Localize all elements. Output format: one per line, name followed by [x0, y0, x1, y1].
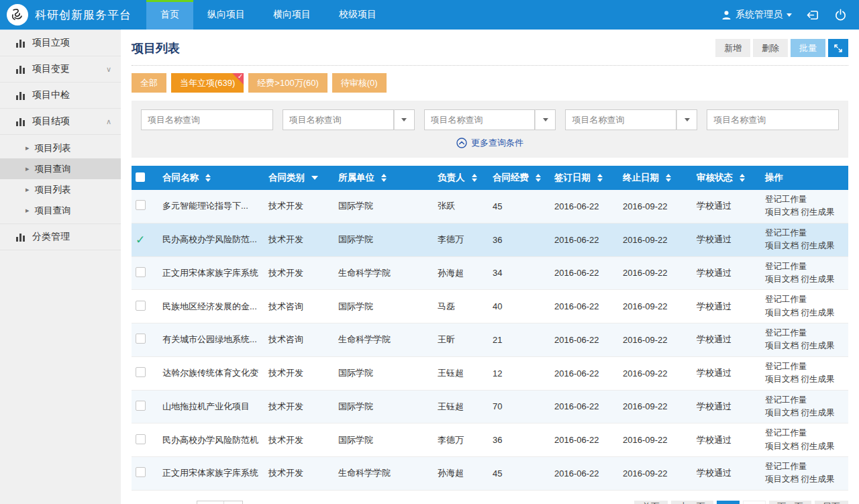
expand-button[interactable]	[828, 39, 848, 57]
row-checkbox[interactable]	[136, 467, 146, 477]
sidebar-item-project-initiation[interactable]: 项目立项	[0, 30, 121, 56]
sidebar-item-category-management[interactable]: 分类管理	[0, 224, 121, 250]
op-project-docs[interactable]: 项目文档	[765, 308, 799, 317]
search-input[interactable]	[565, 109, 676, 130]
sort-icon[interactable]	[472, 174, 477, 182]
op-project-docs[interactable]: 项目文档	[765, 442, 799, 451]
op-project-docs[interactable]: 项目文档	[765, 474, 799, 484]
dropdown-toggle[interactable]	[394, 109, 415, 130]
op-register-workload[interactable]: 登记工作量	[765, 428, 807, 438]
nav-tab[interactable]: 首页	[146, 0, 193, 30]
page-button[interactable]: 首页	[634, 501, 668, 504]
row-checkbox[interactable]	[136, 434, 146, 444]
op-register-workload[interactable]: 登记工作量	[765, 195, 807, 204]
sidebar-item-project-closing[interactable]: 项目结项 ∧	[0, 109, 121, 135]
op-register-workload[interactable]: 登记工作量	[765, 228, 807, 238]
sidebar-subitem-project-query-2[interactable]: ▸ 项目查询	[0, 200, 121, 221]
toolbar-button[interactable]: 删除	[753, 39, 788, 57]
filter-chip[interactable]: 全部	[132, 73, 166, 93]
op-register-workload[interactable]: 登记工作量	[765, 328, 807, 338]
nav-tab[interactable]: 校级项目	[325, 0, 391, 30]
per-page-select[interactable]: 10	[197, 501, 242, 504]
column-header[interactable]: 合同类别	[264, 166, 334, 190]
column-header[interactable]: 签订日期	[550, 166, 619, 190]
column-header[interactable]: 所属单位	[334, 166, 434, 190]
op-derived-results[interactable]: 衍生成果	[801, 408, 834, 417]
page-button[interactable]: 1	[717, 501, 740, 504]
op-project-docs[interactable]: 项目文档	[765, 408, 799, 417]
op-derived-results[interactable]: 衍生成果	[801, 308, 834, 317]
sidebar-subitem-project-query-1[interactable]: ▸ 项目查询	[0, 158, 121, 179]
sidebar-subitem-project-list-2[interactable]: ▸ 项目列表	[0, 179, 121, 200]
sort-icon[interactable]	[666, 174, 671, 182]
column-header[interactable]: 合同经费	[489, 166, 550, 190]
op-register-workload[interactable]: 登记工作量	[765, 395, 807, 405]
search-input[interactable]	[424, 109, 536, 130]
op-project-docs[interactable]: 项目文档	[765, 207, 799, 217]
nav-tab[interactable]: 横向项目	[259, 0, 325, 30]
row-checkbox[interactable]	[136, 401, 146, 411]
filter-caret-icon[interactable]	[311, 176, 318, 180]
switch-account-icon[interactable]	[807, 9, 819, 21]
column-header[interactable]: 合同名称	[158, 166, 264, 190]
op-project-docs[interactable]: 项目文档	[765, 274, 799, 284]
nav-tab[interactable]: 纵向项目	[193, 0, 259, 30]
sort-icon[interactable]	[597, 174, 603, 182]
cell-sign-date: 2016-06-22	[550, 423, 619, 457]
op-derived-results[interactable]: 衍生成果	[801, 274, 834, 284]
search-input[interactable]	[707, 109, 839, 130]
row-checkbox[interactable]	[136, 334, 146, 344]
toolbar-button[interactable]: 新增	[715, 39, 750, 57]
op-project-docs[interactable]: 项目文档	[765, 241, 799, 250]
page-button[interactable]: 下一页	[769, 501, 811, 504]
op-derived-results[interactable]: 衍生成果	[801, 241, 834, 250]
sort-icon[interactable]	[536, 174, 541, 182]
op-derived-results[interactable]: 衍生成果	[801, 374, 834, 384]
op-register-workload[interactable]: 登记工作量	[765, 462, 807, 471]
search-input[interactable]	[141, 109, 273, 130]
page-button[interactable]: 上一页	[671, 501, 713, 504]
row-checkbox[interactable]	[136, 367, 146, 377]
table-row: 山地拖拉机产业化项目 技术开发 国际学院 王钰超 70 2016-06-22 2…	[132, 390, 848, 423]
sidebar-item-project-midcheck[interactable]: 项目中检	[0, 83, 121, 109]
user-menu[interactable]: 系统管理员	[721, 9, 792, 21]
op-register-workload[interactable]: 登记工作量	[765, 295, 807, 304]
filter-chip[interactable]: 经费>100万(60)	[248, 73, 327, 93]
toolbar-button[interactable]: 批量	[791, 39, 825, 57]
op-derived-results[interactable]: 衍生成果	[801, 341, 834, 350]
column-header[interactable]: 操作	[761, 166, 848, 190]
column-header[interactable]: 负责人	[434, 166, 489, 190]
cell-contract-name: 达斡尔族传统体育文化变	[158, 356, 264, 390]
select-all-checkbox[interactable]	[136, 172, 145, 182]
row-selected-check-icon[interactable]: ✓	[136, 234, 145, 246]
row-checkbox[interactable]	[136, 267, 146, 277]
per-page-caret[interactable]	[223, 501, 242, 504]
dropdown-toggle[interactable]	[676, 109, 697, 130]
column-header[interactable]: 审核状态	[693, 166, 761, 190]
op-derived-results[interactable]: 衍生成果	[801, 474, 834, 484]
row-checkbox[interactable]	[136, 200, 146, 210]
page-button[interactable]: 2	[743, 501, 766, 504]
column-header[interactable]: 终止日期	[619, 166, 693, 190]
more-conditions-link[interactable]: 更多查询条件	[456, 137, 523, 149]
page-button[interactable]: 尾页	[815, 501, 848, 504]
filter-chip[interactable]: 待审核(0)	[332, 73, 387, 93]
power-icon[interactable]	[834, 9, 847, 21]
op-derived-results[interactable]: 衍生成果	[801, 442, 834, 451]
sort-icon[interactable]	[740, 174, 745, 182]
op-derived-results[interactable]: 衍生成果	[801, 207, 834, 217]
sort-icon[interactable]	[205, 174, 211, 182]
cell-fee: 36	[489, 223, 550, 256]
op-project-docs[interactable]: 项目文档	[765, 341, 799, 350]
op-project-docs[interactable]: 项目文档	[765, 374, 799, 384]
filter-chip[interactable]: 当年立项(639) ✓	[171, 73, 244, 93]
op-register-workload[interactable]: 登记工作量	[765, 362, 807, 371]
op-register-workload[interactable]: 登记工作量	[765, 262, 807, 271]
row-checkbox[interactable]	[136, 301, 146, 311]
sidebar-subitem-project-list-1[interactable]: ▸ 项目列表	[0, 138, 121, 158]
sidebar-item-project-change[interactable]: 项目变更 ∨	[0, 56, 121, 83]
sort-icon[interactable]	[381, 174, 387, 182]
cell-leader: 李德万	[434, 423, 489, 457]
dropdown-toggle[interactable]	[535, 109, 556, 130]
search-input[interactable]	[283, 109, 394, 130]
